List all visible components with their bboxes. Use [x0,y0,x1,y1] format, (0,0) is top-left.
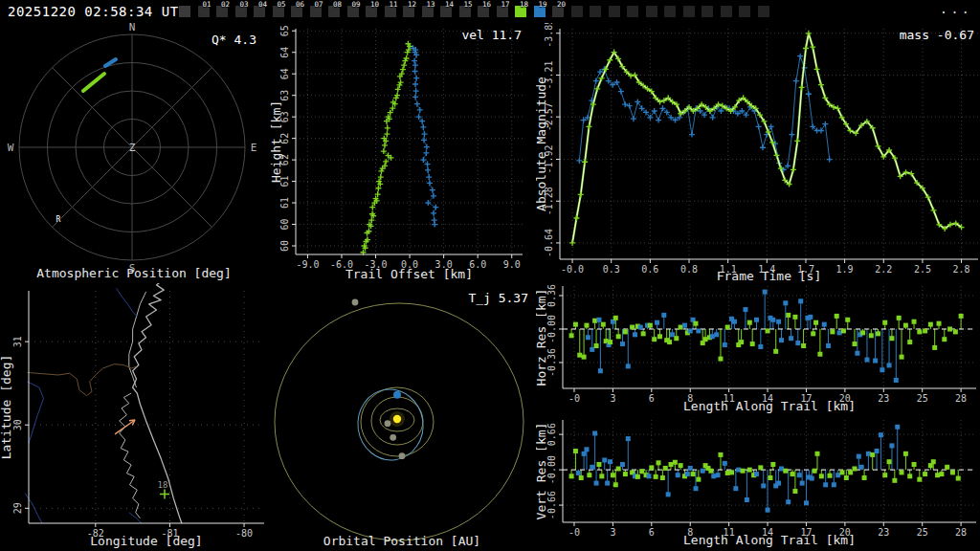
residual-marker [875,449,880,453]
frame-cell-empty[interactable] [721,6,732,17]
frame-cell-empty[interactable] [702,6,713,17]
frame-number-label: 01 [202,1,211,9]
residual-marker [758,465,763,470]
residual-marker [666,492,671,496]
residual-marker [673,460,678,465]
residual-marker [613,316,618,320]
residual-marker [758,344,763,349]
residual-marker [576,471,581,475]
frame-cell-empty[interactable] [571,6,583,17]
residual-marker [590,465,594,470]
frame-cell-empty[interactable] [590,6,601,17]
residual-marker [630,325,635,330]
frame-cell-06[interactable]: 06 [291,6,302,17]
data-point-marker [791,166,796,172]
fit-line-overlay [572,33,962,243]
residual-marker [674,336,679,341]
residual-marker [763,290,768,295]
residual-marker [889,336,894,341]
panel-lightcurve: -0.00.30.60.81.11.41.71.92.22.52.8-3.85-… [536,23,980,283]
frame-cell-13[interactable]: 13 [422,6,434,17]
data-point-marker [689,132,695,138]
overflow-menu-button[interactable]: ... [940,1,972,16]
frame-cell-15[interactable]: 15 [459,6,471,17]
frame-cell-11[interactable]: 11 [385,6,396,17]
data-point-marker [822,121,828,127]
y-axis-title: Absolute Magnitude [536,77,548,211]
residual-marker [648,323,653,328]
frame-cell-03[interactable]: 03 [235,6,247,17]
residual-marker [791,472,795,476]
residual-marker [623,329,628,334]
frame-cell-leading[interactable] [179,6,190,17]
frame-cell-10[interactable]: 10 [366,6,377,17]
y-axis-title: Vert Res [km] [536,423,548,520]
residual-marker [718,452,723,457]
frame-cell-18[interactable]: 18 [515,6,526,17]
residual-marker [754,318,759,322]
residual-marker [907,474,912,478]
frame-cell-05[interactable]: 05 [273,6,284,17]
frame-cell-04[interactable]: 04 [254,6,265,17]
residual-marker [608,459,612,464]
residual-marker [841,328,846,333]
residual-marker [817,352,822,357]
residual-marker [813,320,818,325]
y-tick-label: 60 [279,219,290,231]
frame-cell-12[interactable]: 12 [403,6,414,17]
residual-marker [718,357,723,362]
frame-cell-02[interactable]: 02 [216,6,228,17]
residual-marker [766,328,770,333]
mag-chart: -0.00.30.60.81.11.41.71.92.22.52.8-3.85-… [536,23,980,283]
y-tick-label: 64 [279,68,290,79]
frame-cell-empty[interactable] [739,6,750,17]
residual-marker [876,331,880,336]
x-tick-label: 28 [955,527,967,538]
residual-marker [845,318,850,322]
frame-cell-09[interactable]: 09 [347,6,359,17]
frame-cell-01[interactable]: 01 [198,6,210,17]
frame-cell-07[interactable]: 07 [310,6,322,17]
map-chart: 18-82-81-80293031Longitude [deg]Latitude… [0,283,268,551]
residual-marker [837,330,842,335]
residual-marker [736,468,741,473]
frame-cell-19[interactable]: 19 [534,6,546,17]
frame-cell-empty[interactable] [683,6,695,17]
data-point-marker [756,123,762,129]
frame-cell-17[interactable]: 17 [497,6,508,17]
residual-marker [703,337,708,342]
residual-marker [795,341,800,345]
frame-cell-empty[interactable] [627,6,638,17]
frame-cell-empty[interactable] [646,6,657,17]
frame-cell-empty[interactable] [664,6,676,17]
trajectory-arrow [115,420,135,434]
frame-number-label: 18 [520,1,528,9]
frame-cell-empty[interactable] [609,6,620,17]
frame-cell-20[interactable]: 20 [552,6,564,17]
residual-marker [822,322,827,327]
top-bar: 20251220 02:58:34 UTC 010203040506070809… [0,0,980,23]
residual-marker [641,331,646,336]
residual-marker [667,340,672,344]
y-tick-label: 63 [279,90,290,101]
frame-cell-14[interactable]: 14 [440,6,452,17]
residual-marker [714,332,719,337]
frame-number-label: 13 [426,1,434,9]
data-point-marker [799,84,805,90]
residual-marker [766,508,770,513]
residual-marker [685,472,690,476]
y-tick-label: 29 [12,502,23,514]
chart-title: Atmospheric Position [deg] [36,266,232,280]
frame-cell-08[interactable]: 08 [328,6,340,17]
data-point-marker [635,99,640,104]
y-tick-label: 64 [279,47,290,58]
residual-marker [708,469,713,474]
utc-timestamp: 20251220 02:58:34 UTC [8,4,188,19]
residual-marker [745,497,749,502]
x-axis-title: Longitude [deg] [90,534,202,548]
annotation-value: mass -0.67 [900,28,974,42]
frame-cell-16[interactable]: 16 [478,6,489,17]
frame-cell-empty[interactable] [758,6,769,17]
series-line [364,44,411,253]
x-tick-label: -80 [235,528,253,539]
